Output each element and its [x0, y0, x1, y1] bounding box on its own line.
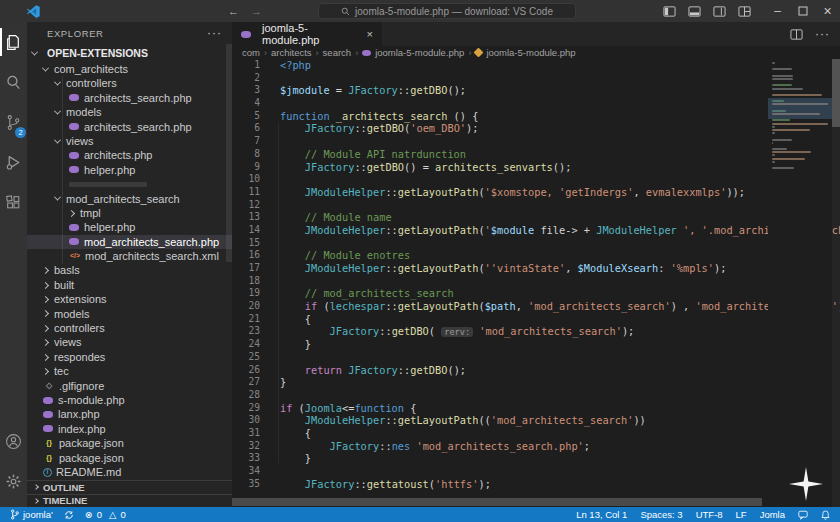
- tree-item-controllers[interactable]: controllers: [27, 321, 232, 335]
- code-line[interactable]: 4: [232, 97, 840, 110]
- cursor-position[interactable]: Ln 13, Col 1: [576, 509, 627, 520]
- tree-item-architects_search.php[interactable]: architects_search.php: [27, 120, 232, 134]
- code-line[interactable]: 15: [232, 237, 840, 250]
- customize-layout-icon[interactable]: [732, 0, 757, 22]
- code-line[interactable]: 9 JFactory::getDBO() = architects_senvar…: [232, 161, 840, 174]
- panel-outline[interactable]: OUTLINE: [27, 480, 232, 494]
- code-line[interactable]: 1<?php: [232, 59, 840, 72]
- minimap-slider[interactable]: [768, 98, 832, 119]
- tree-item-helper.php[interactable]: helper.php: [27, 220, 232, 234]
- toggle-panel-icon[interactable]: [682, 0, 707, 22]
- code-line[interactable]: 32 JFactory::nes 'mod_architects_search.…: [232, 440, 840, 453]
- run-debug-icon[interactable]: [0, 142, 27, 182]
- tab-close-icon[interactable]: ×: [367, 28, 373, 40]
- code-line[interactable]: 21 {: [232, 313, 840, 326]
- minimap[interactable]: [768, 59, 832, 507]
- code-line[interactable]: 17 JModuleHelper::getLayoutPath(''vintaS…: [232, 262, 840, 275]
- breadcrumb-item[interactable]: joomla-5-module.php: [375, 47, 464, 58]
- tree-item-architects.php[interactable]: architects.php: [27, 148, 232, 162]
- tree-item-models[interactable]: models: [27, 105, 232, 119]
- tree-item-views[interactable]: views: [27, 335, 232, 349]
- problems-status[interactable]: ⊗ 0 △ 0: [85, 509, 126, 520]
- close-button[interactable]: ×: [815, 0, 840, 22]
- bell-icon[interactable]: [821, 510, 830, 520]
- code-line[interactable]: 6 JFactory::getDBO('oem_DBO');: [232, 122, 840, 135]
- account-icon[interactable]: [0, 421, 27, 461]
- forward-arrow[interactable]: →: [251, 5, 262, 17]
- vertical-scrollbar-thumb[interactable]: [832, 59, 840, 127]
- editor-more-actions-icon[interactable]: ···: [815, 27, 830, 41]
- code-line[interactable]: 25: [232, 351, 840, 364]
- code-line[interactable]: 13 // Module name: [232, 211, 840, 224]
- code-line[interactable]: 19 // mod_architects_search: [232, 287, 840, 300]
- code-line[interactable]: 35 JFactory::gettatoust('httfs');: [232, 478, 840, 491]
- editor-content[interactable]: 1<?php23$jmodule = JFactory::getDBO();45…: [232, 59, 840, 507]
- code-line[interactable]: 16 // Module enotres: [232, 249, 840, 262]
- code-line[interactable]: 27}: [232, 376, 840, 389]
- code-line[interactable]: 34: [232, 465, 840, 478]
- tree-item-package.json[interactable]: {}package.json: [27, 451, 232, 465]
- code-line[interactable]: 33 }: [232, 452, 840, 465]
- tree-item-respondes[interactable]: respondes: [27, 350, 232, 364]
- breadcrumb-item[interactable]: search: [323, 47, 352, 58]
- git-branch-status[interactable]: joomla': [10, 509, 53, 520]
- tree-item-built[interactable]: built: [27, 278, 232, 292]
- minimize-button[interactable]: –: [765, 0, 790, 22]
- toggle-sidebar-icon[interactable]: [657, 0, 682, 22]
- command-center-search[interactable]: joomla-5-module.php — download: VS Code: [318, 3, 576, 19]
- toggle-secondary-sidebar-icon[interactable]: [707, 0, 732, 22]
- explorer-more-actions-icon[interactable]: ···: [207, 26, 222, 40]
- code-line[interactable]: 2: [232, 72, 840, 85]
- code-line[interactable]: 14 JModuleHelper::getLayoutPath('$module…: [232, 224, 840, 237]
- panel-timeline[interactable]: TIMELINE: [27, 494, 232, 508]
- tree-item-README.md[interactable]: iREADME.md: [27, 465, 232, 479]
- code-line[interactable]: 23 JFactory::getDBO( rerv: 'mod_architec…: [232, 325, 840, 338]
- tree-item-.glfignore[interactable]: ◇.glfignore: [27, 379, 232, 393]
- code-line[interactable]: 11 JModuleHelper::getLayoutPath('$xomsto…: [232, 186, 840, 199]
- tree-item-index.php[interactable]: index.php: [27, 422, 232, 436]
- tree-item-s-module.php[interactable]: s-module.php: [27, 393, 232, 407]
- code-line[interactable]: 26 return JFactory::getDBO();: [232, 364, 840, 377]
- encoding[interactable]: UTF-8: [696, 509, 723, 520]
- tree-item-com_architects[interactable]: com_architects: [27, 62, 232, 76]
- code-line[interactable]: 12: [232, 199, 840, 212]
- tree-item-architects_search.php[interactable]: architects_search.php: [27, 91, 232, 105]
- tree-item-controllers[interactable]: controllers: [27, 76, 232, 90]
- sync-status[interactable]: [64, 510, 74, 520]
- tree-item-helper.php[interactable]: helper.php: [27, 163, 232, 177]
- code-line[interactable]: 3$jmodule = JFactory::getDBO();: [232, 84, 840, 97]
- feedback-icon[interactable]: [798, 510, 808, 520]
- code-line[interactable]: 28: [232, 389, 840, 402]
- explorer-icon[interactable]: [0, 22, 27, 62]
- maximize-button[interactable]: [790, 0, 815, 22]
- tree-item-models[interactable]: models: [27, 307, 232, 321]
- tree-item-mod_architects_search.xml[interactable]: </>mod_architects_search.xml: [27, 249, 232, 263]
- code-area[interactable]: 1<?php23$jmodule = JFactory::getDBO();45…: [232, 59, 840, 490]
- back-arrow[interactable]: ←: [228, 5, 239, 17]
- tree-item-lanx.php[interactable]: lanx.php: [27, 407, 232, 421]
- tree-item-mod_architects_search[interactable]: mod_architects_search: [27, 192, 232, 206]
- code-line[interactable]: 8 // Module API natrdunction: [232, 148, 840, 161]
- indentation[interactable]: Spaces: 3: [640, 509, 682, 520]
- tree-item-package.json[interactable]: {}package.json: [27, 436, 232, 450]
- tab-joomla-5-module[interactable]: joomla-5-module.php ×: [232, 22, 382, 46]
- code-line[interactable]: 18: [232, 275, 840, 288]
- code-line[interactable]: 20 if (lechespar::getLayoutPath($path, '…: [232, 300, 840, 313]
- source-control-icon[interactable]: 2: [0, 102, 27, 142]
- eol-sequence[interactable]: LF: [736, 509, 747, 520]
- code-line[interactable]: 24 }: [232, 338, 840, 351]
- breadcrumb-item[interactable]: joomla-5-module.php: [486, 47, 575, 58]
- split-editor-icon[interactable]: [790, 28, 803, 41]
- tree-item-tec[interactable]: tec: [27, 364, 232, 378]
- tree-item-views[interactable]: views: [27, 134, 232, 148]
- code-line[interactable]: 7: [232, 135, 840, 148]
- code-line[interactable]: 29if (Joomla<=function {: [232, 402, 840, 415]
- horizontal-scrollbar-thumb[interactable]: [232, 498, 762, 506]
- extensions-icon[interactable]: [0, 182, 27, 222]
- tree-item-basls[interactable]: basls: [27, 263, 232, 277]
- code-line[interactable]: 31 {: [232, 427, 840, 440]
- settings-gear-icon[interactable]: [0, 461, 27, 501]
- tree-item-clipped[interactable]: [27, 177, 232, 191]
- tree-item-tmpl[interactable]: tmpl: [27, 206, 232, 220]
- section-open-extensions[interactable]: OPEN-EXTENSIONS: [27, 44, 232, 62]
